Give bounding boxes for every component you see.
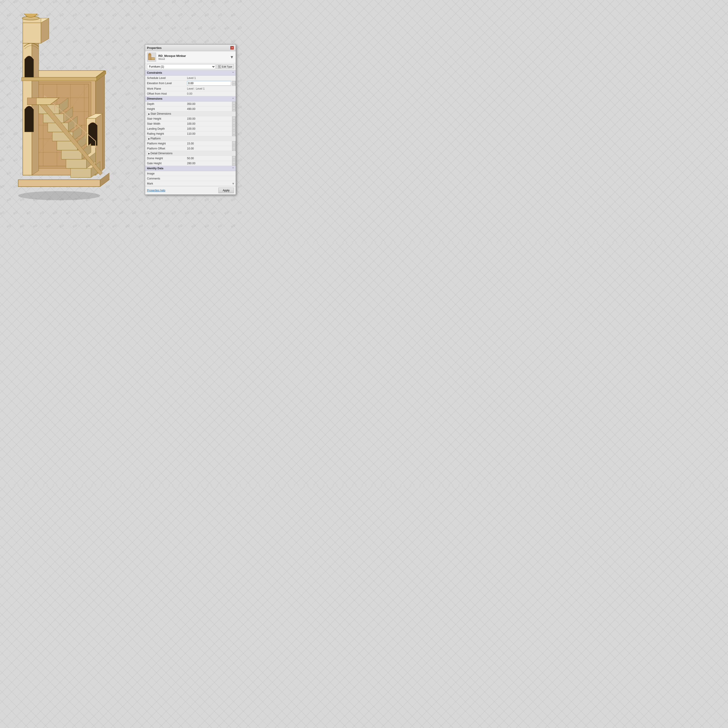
constraints-section-header[interactable]: Constraints ⌃	[145, 70, 236, 75]
platform-height-label: Platform Height	[145, 141, 186, 146]
offset-from-host-row: Offset from Host 0.00	[145, 91, 236, 96]
platform-height-value: 15.00	[186, 142, 232, 145]
comments-label: Comments	[145, 176, 186, 181]
dimensions-section-header[interactable]: Dimensions ⌃	[145, 96, 236, 101]
comments-value	[186, 178, 236, 179]
panel-titlebar: Properties ✕	[145, 44, 236, 51]
dome-height-label: Dome Height	[145, 156, 186, 161]
mark-value	[186, 183, 231, 184]
elevation-from-level-row: Elevation from Level …	[145, 81, 236, 86]
dropdown-arrow[interactable]: ▼	[230, 55, 234, 60]
schedule-level-value: Level 1	[186, 76, 236, 80]
gate-height-small-btn[interactable]: …	[232, 161, 236, 166]
apply-button[interactable]: Apply	[219, 188, 234, 193]
platform-offset-value: 10.00	[186, 147, 232, 151]
depth-label: Depth	[145, 102, 186, 106]
gate-height-label: Gate Height	[145, 161, 186, 166]
edit-type-icon	[218, 65, 221, 68]
height-label: Height	[145, 107, 186, 111]
edit-type-label: Edit Type	[222, 65, 232, 68]
identity-data-section-header[interactable]: Identity Data ⌃	[145, 166, 236, 171]
object-icon	[147, 52, 156, 62]
category-select[interactable]: Furniture (1)	[147, 64, 216, 69]
platform-offset-small-btn[interactable]: …	[232, 146, 236, 151]
mark-label: Mark	[145, 181, 186, 186]
landing-depth-row: Landing Depth 100.00 …	[145, 126, 236, 131]
svg-marker-60	[23, 23, 41, 43]
svg-marker-34	[61, 150, 82, 159]
work-plane-value: Level : Level 1	[186, 87, 236, 91]
svg-marker-31	[66, 159, 86, 168]
stair-height-small-btn[interactable]: …	[232, 116, 236, 121]
identity-data-collapse-icon: ⌃	[232, 167, 234, 170]
svg-marker-3	[18, 180, 100, 187]
platform-offset-label: Platform Offset	[145, 146, 186, 151]
mark-row: Mark ▼	[145, 181, 236, 186]
landing-depth-small-btn[interactable]: …	[232, 127, 236, 131]
stair-width-value: 100.00	[186, 122, 232, 126]
image-value	[186, 173, 236, 174]
category-row: Furniture (1) Edit Type	[145, 63, 236, 70]
stair-height-value: 150.00	[186, 117, 232, 121]
properties-panel: Properties ✕ RD_Mosque Minbar Wood ▼	[145, 44, 236, 195]
platform-subsection-header[interactable]: Platform	[145, 136, 236, 141]
properties-scroll-area[interactable]: Constraints ⌃ Schedule Level Level 1 Ele…	[145, 70, 236, 186]
dome-height-small-btn[interactable]: …	[232, 156, 236, 161]
minbar-svg	[5, 14, 132, 200]
constraints-collapse-icon: ⌃	[232, 72, 234, 74]
identity-data-label: Identity Data	[147, 167, 163, 170]
stair-height-label: Stair Height	[145, 116, 186, 121]
panel-header: RD_Mosque Minbar Wood ▼	[145, 51, 236, 63]
elevation-from-level-value-cell	[186, 81, 232, 86]
comments-row: Comments	[145, 176, 236, 181]
stair-width-small-btn[interactable]: …	[232, 121, 236, 126]
stair-width-row: Stair Width 100.00 …	[145, 121, 236, 126]
svg-point-0	[18, 191, 100, 200]
edit-type-button[interactable]: Edit Type	[216, 64, 234, 69]
svg-point-75	[149, 53, 151, 55]
stair-height-row: Stair Height 150.00 …	[145, 116, 236, 121]
object-name: RD_Mosque Minbar	[158, 54, 228, 58]
constraints-label: Constraints	[147, 71, 162, 74]
work-plane-label: Work Plane	[145, 86, 186, 91]
railing-height-value: 110.00	[186, 132, 232, 136]
svg-marker-28	[70, 168, 91, 177]
stair-dimensions-subsection-header[interactable]: Stair Dimensions	[145, 112, 236, 116]
model-area	[5, 14, 132, 200]
elevation-from-level-input[interactable]	[187, 81, 231, 86]
depth-small-btn[interactable]: …	[232, 102, 236, 106]
height-small-btn[interactable]: …	[232, 107, 236, 111]
properties-help-link[interactable]: Properties help	[147, 189, 165, 192]
svg-rect-80	[219, 66, 220, 67]
stair-width-label: Stair Width	[145, 121, 186, 126]
svg-marker-70	[21, 77, 97, 81]
svg-rect-72	[148, 55, 151, 60]
svg-rect-73	[151, 58, 155, 60]
elevation-small-btn[interactable]: …	[232, 81, 236, 86]
schedule-level-row: Schedule Level Level 1	[145, 75, 236, 81]
dome-height-value: 50.00	[186, 156, 232, 161]
dome-height-row: Dome Height 50.00 …	[145, 156, 236, 161]
panel-title: Properties	[147, 46, 162, 50]
object-type: Wood	[158, 58, 228, 60]
platform-height-row: Platform Height 15.00 …	[145, 141, 236, 146]
svg-marker-4	[100, 173, 109, 187]
svg-marker-59	[27, 98, 37, 105]
mark-scroll-down-icon[interactable]: ▼	[231, 182, 236, 185]
height-value: 490.00	[186, 107, 232, 111]
elevation-from-level-label: Elevation from Level	[145, 81, 186, 86]
depth-value: 350.00	[186, 102, 232, 106]
platform-offset-row: Platform Offset 10.00 …	[145, 146, 236, 151]
depth-row: Depth 350.00 …	[145, 101, 236, 107]
height-row: Height 490.00 …	[145, 107, 236, 112]
gate-height-value: 280.00	[186, 161, 232, 165]
railing-height-small-btn[interactable]: …	[232, 132, 236, 136]
work-plane-row: Work Plane Level : Level 1	[145, 86, 236, 91]
landing-depth-value: 100.00	[186, 127, 232, 131]
image-row: Image	[145, 171, 236, 176]
detail-dimensions-subsection-header[interactable]: Detail Dimensions	[145, 151, 236, 156]
schedule-level-label: Schedule Level	[145, 76, 186, 80]
platform-height-small-btn[interactable]: …	[232, 141, 236, 146]
landing-depth-label: Landing Depth	[145, 127, 186, 131]
close-button[interactable]: ✕	[230, 46, 234, 50]
